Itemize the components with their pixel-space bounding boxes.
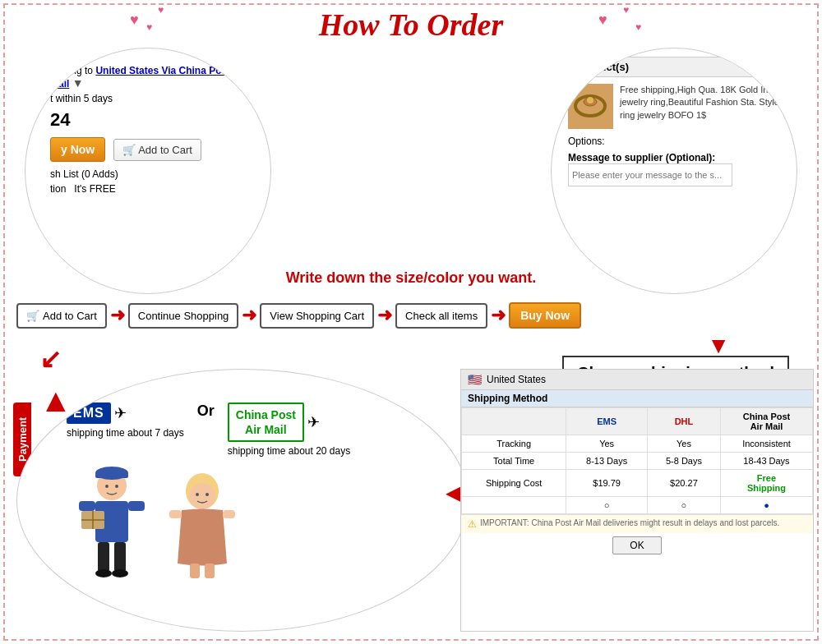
col-header-ems: EMS (566, 408, 648, 435)
table-row: Tracking Yes Yes Inconsistent (462, 435, 813, 453)
order-flow-row: 🛒 Add to Cart ➜ Continue Shopping ➜ View… (16, 302, 806, 329)
add-to-cart-flow-button[interactable]: 🛒 Add to Cart (16, 303, 107, 329)
arrow-3: ➜ (377, 305, 392, 326)
svg-point-20 (189, 483, 215, 509)
chinapost-cost: FreeShipping (720, 470, 812, 497)
table-row: Shipping Cost $19.79 $20.27 FreeShipping (462, 470, 813, 497)
svg-point-8 (115, 485, 118, 488)
svg-rect-23 (169, 510, 182, 518)
chinapost-time: 18-43 Days (720, 453, 812, 470)
wishlist-text: sh List (0 Adds) (50, 168, 258, 180)
dhl-tracking: Yes (647, 435, 720, 453)
product-description: Free shipping,High Qua. 18K Gold Inlay j… (620, 84, 784, 122)
svg-point-21 (196, 493, 199, 496)
shipping-options-table: EMS DHL China PostAir Mail Tracking Yes … (461, 407, 813, 514)
heart-icon-2: ♥ (158, 4, 164, 16)
row-label-time: Total Time (462, 453, 566, 470)
view-shopping-cart-button[interactable]: View Shopping Cart (260, 303, 374, 329)
row-label-cost: Shipping Cost (462, 470, 566, 497)
chinapost-radio[interactable]: ● (720, 497, 812, 514)
heart-icon-4: ♥ (598, 12, 607, 29)
chinapost-plane-icon: ✈ (307, 413, 320, 431)
continue-shopping-button[interactable]: Continue Shopping (128, 303, 239, 329)
ems-radio[interactable]: ○ (566, 497, 648, 514)
bottom-circle-shipping: EMS ✈ shipping time about 7 days Or Chin… (16, 369, 469, 632)
warning-icon: ⚠ (468, 518, 477, 530)
svg-point-17 (95, 569, 112, 577)
ring-image (568, 84, 613, 129)
ems-tracking: Yes (566, 435, 648, 453)
svg-rect-24 (223, 510, 235, 518)
buy-now-flow-button[interactable]: Buy Now (509, 302, 581, 329)
svg-point-18 (112, 569, 128, 577)
table-row: ○ ○ ● (462, 497, 813, 514)
ems-cost: $19.79 (566, 470, 648, 497)
svg-point-7 (105, 485, 109, 488)
message-to-supplier-label: Message to supplier (Optional): (568, 152, 784, 163)
options-label: Options: (568, 136, 784, 147)
cart-flow-icon: 🛒 (26, 310, 39, 322)
svg-rect-26 (205, 564, 215, 578)
country-label: United States (487, 374, 546, 385)
right-circle-mockup: Product(s) New Free shipping,High Qua. 1… (551, 48, 797, 294)
row-label-tracking: Tracking (462, 435, 566, 453)
svg-rect-10 (79, 501, 95, 511)
chinapost-tracking: Inconsistent (720, 435, 812, 453)
svg-rect-11 (128, 501, 145, 511)
check-all-items-button[interactable]: Check all items (395, 303, 487, 329)
flag-icon: 🇺🇸 (468, 373, 482, 386)
svg-rect-25 (190, 564, 200, 578)
row-label-select (462, 497, 566, 514)
shipping-to-text: hipping to United States Via China Post … (50, 65, 258, 90)
new-badge: New (565, 80, 583, 90)
ems-shipping-time: shipping time about 7 days (67, 427, 184, 439)
svg-rect-6 (95, 473, 128, 478)
within-days: t within 5 days (50, 93, 258, 104)
products-header: Product(s) (568, 57, 784, 77)
ems-time: 8-13 Days (566, 453, 648, 470)
page-title: How To Order (319, 7, 504, 43)
cart-icon: 🛒 (122, 144, 136, 156)
svg-point-22 (206, 493, 209, 496)
product-thumbnail: New (568, 84, 613, 129)
dhl-time: 5-8 Days (647, 453, 720, 470)
heart-icon-6: ♥ (635, 21, 641, 33)
down-left-arrow: ↙ (39, 343, 62, 375)
shipping-table-header: 🇺🇸 United States (461, 370, 813, 390)
payment-arrow-icon: ▲ (39, 382, 72, 419)
arrow-2: ➜ (242, 305, 256, 326)
product-item: New Free shipping,High Qua. 18K Gold Inl… (568, 84, 784, 129)
shipping-table-panel: 🇺🇸 United States Shipping Method EMS DHL… (460, 369, 814, 632)
customer-illustration (165, 473, 239, 580)
important-notice: ⚠ IMPORTANT: China Post Air Mail deliver… (461, 514, 813, 533)
table-row: Total Time 8-13 Days 5-8 Days 18-43 Days (462, 453, 813, 470)
ems-logo: EMS (67, 402, 111, 424)
col-header-chinapost: China PostAir Mail (720, 408, 812, 435)
chinapost-logo: China PostAir Mail (228, 402, 304, 442)
arrow-4: ➜ (491, 305, 506, 326)
left-circle-mockup: hipping to United States Via China Post … (25, 48, 271, 294)
message-to-supplier-input[interactable] (568, 163, 732, 186)
delivery-man-illustration (67, 465, 157, 580)
svg-rect-15 (98, 542, 109, 572)
add-to-cart-button[interactable]: 🛒 Add to Cart (113, 139, 201, 161)
write-down-instruction: Write down the size/color you want. (286, 269, 537, 287)
heart-icon-3: ♥ (146, 21, 152, 33)
dhl-radio[interactable]: ○ (647, 497, 720, 514)
col-header-empty (462, 408, 566, 435)
protection-row: tion It's FREE (50, 183, 258, 195)
ems-plane-icon: ✈ (114, 404, 127, 422)
arrow-1: ➜ (110, 305, 125, 326)
or-label: Or (197, 402, 215, 420)
price: 24 (50, 109, 258, 131)
svg-rect-16 (114, 542, 126, 572)
col-header-dhl: DHL (647, 408, 720, 435)
heart-icon-1: ♥ (130, 12, 139, 29)
buy-now-button[interactable]: y Now (50, 137, 105, 162)
shipping-method-tab: Shipping Method (461, 390, 813, 407)
svg-point-3 (587, 97, 593, 104)
chinapost-shipping-time: shipping time about 20 days (228, 445, 350, 457)
heart-icon-5: ♥ (623, 4, 629, 16)
dhl-cost: $20.27 (647, 470, 720, 497)
ok-button[interactable]: OK (612, 536, 661, 554)
